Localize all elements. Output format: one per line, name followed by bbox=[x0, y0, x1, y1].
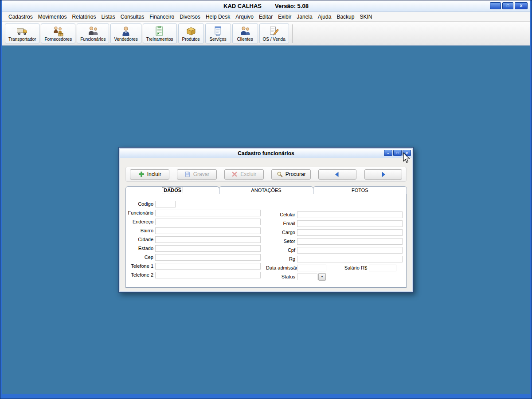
form-row-celular: Celular bbox=[266, 210, 403, 219]
cpf-input[interactable] bbox=[297, 247, 403, 254]
delete-icon bbox=[231, 171, 238, 177]
previous-record-button[interactable] bbox=[318, 169, 356, 180]
form-row-setor: Setor bbox=[266, 237, 403, 246]
menu-item-diversos[interactable]: Diversos bbox=[177, 12, 203, 21]
menu-item-exibir[interactable]: Exibir bbox=[275, 12, 294, 21]
menu-item-janela[interactable]: Janela bbox=[294, 12, 315, 21]
order-icon bbox=[268, 25, 280, 36]
menu-item-ajuda[interactable]: Ajuda bbox=[315, 12, 334, 21]
dialog-toolbar: IncluirGravarExcluirProcurar bbox=[125, 167, 407, 182]
menu-item-help-desk[interactable]: Help Desk bbox=[203, 12, 233, 21]
toolbar-button-transportador[interactable]: Transportador bbox=[5, 23, 39, 43]
toolbar-separator bbox=[292, 24, 293, 43]
form-panel: CodigoFuncionárioEndereçoBairroCidadeEst… bbox=[125, 194, 407, 288]
status-dropdown-button[interactable]: ▼ bbox=[318, 273, 326, 281]
menu-item-consultas[interactable]: Consultas bbox=[118, 12, 147, 21]
menu-item-relatorios[interactable]: Relatórios bbox=[69, 12, 98, 21]
menu-item-editar[interactable]: Editar bbox=[256, 12, 275, 21]
celular-input[interactable] bbox=[297, 211, 403, 218]
dialog-controls: –□X bbox=[384, 150, 411, 156]
dialog-maximize-icon[interactable]: □ bbox=[393, 150, 402, 156]
dialog-title-bar[interactable]: Cadastro funcionários –□X bbox=[120, 149, 412, 158]
window-frame: KAD CALHAS Versão: 5.08 –□X CadastrosMov… bbox=[0, 0, 532, 399]
toolbar-button-fornecedores[interactable]: Fornecedores bbox=[41, 23, 75, 43]
truck-icon bbox=[16, 25, 28, 36]
arrow-right-icon bbox=[380, 172, 386, 177]
save-icon bbox=[184, 171, 191, 177]
incluir-button[interactable]: Incluir bbox=[130, 169, 169, 180]
procurar-button[interactable]: Procurar bbox=[271, 169, 311, 180]
desktop-area: Cadastro funcionários –□X IncluirGravarE… bbox=[2, 46, 530, 394]
tab-label-fotos: FOTOS bbox=[350, 188, 370, 193]
telefone-1-input[interactable] bbox=[155, 263, 261, 270]
bairro-label: Bairro bbox=[126, 228, 155, 233]
toolbar-label-funcionarios: Funcionários bbox=[80, 37, 106, 42]
toolbar-button-clientes[interactable]: Clientes bbox=[232, 23, 258, 43]
tab-dados[interactable]: DADOS bbox=[125, 186, 219, 194]
codigo-input[interactable] bbox=[155, 201, 176, 207]
tab-label-anotacoes: ANOTAÇÕES bbox=[250, 188, 282, 193]
endereco-label: Endereço bbox=[126, 219, 155, 224]
data-admissao-input[interactable] bbox=[297, 265, 326, 271]
form-row-codigo: Codigo bbox=[126, 200, 261, 208]
toolbar-button-servicos[interactable]: Serviços bbox=[205, 23, 231, 43]
menu-item-backup[interactable]: Backup bbox=[334, 12, 357, 21]
tab-strip: DADOSANOTAÇÕESFOTOS bbox=[125, 186, 407, 194]
tab-fotos[interactable]: FOTOS bbox=[313, 186, 407, 194]
cargo-input[interactable] bbox=[297, 229, 403, 236]
telefone-2-input[interactable] bbox=[155, 272, 261, 278]
menu-item-skin[interactable]: SKIN bbox=[357, 12, 375, 21]
toolbar-button-vendedores[interactable]: Vendedores bbox=[110, 23, 141, 43]
rg-input[interactable] bbox=[297, 256, 403, 262]
tab-label-dados: DADOS bbox=[162, 188, 183, 193]
minimize-icon[interactable]: – bbox=[490, 2, 501, 9]
menu-item-arquivo[interactable]: Arquivo bbox=[233, 12, 256, 21]
incluir-label: Incluir bbox=[147, 171, 161, 177]
arrow-left-icon bbox=[334, 172, 340, 177]
toolbar-label-produtos: Produtos bbox=[182, 37, 200, 42]
email-input[interactable] bbox=[297, 220, 403, 227]
menu-item-listas[interactable]: Listas bbox=[98, 12, 117, 21]
cidade-label: Cidade bbox=[126, 237, 155, 242]
toolbar-button-treinamentos[interactable]: Treinamentos bbox=[143, 23, 177, 43]
toolbar-button-produtos[interactable]: Produtos bbox=[178, 23, 204, 43]
app-name: KAD CALHAS bbox=[223, 3, 262, 9]
menu-item-movimentos[interactable]: Movimentos bbox=[35, 12, 70, 21]
dialog-close-icon[interactable]: X bbox=[403, 150, 411, 156]
email-label: Email bbox=[266, 221, 297, 226]
close-icon[interactable]: X bbox=[515, 2, 528, 9]
title-bar: KAD CALHAS Versão: 5.08 –□X bbox=[2, 0, 530, 12]
cep-input[interactable] bbox=[155, 254, 261, 261]
services-icon bbox=[212, 25, 224, 36]
toolbar-label-os-venda: OS / Venda bbox=[263, 37, 286, 42]
cidade-input[interactable] bbox=[155, 236, 261, 243]
salario-r-input[interactable] bbox=[369, 265, 396, 271]
menu-item-cadastros[interactable]: Cadastros bbox=[6, 12, 35, 21]
estado-input[interactable] bbox=[155, 245, 261, 252]
setor-label: Setor bbox=[266, 239, 297, 244]
next-record-button[interactable] bbox=[364, 169, 402, 180]
cep-label: Cep bbox=[126, 254, 155, 260]
form-row-telefone-2: Telefone 2 bbox=[126, 270, 261, 279]
form-row-cep: Cep bbox=[126, 253, 261, 262]
dialog-minimize-icon[interactable]: – bbox=[384, 150, 392, 156]
funcionario-input[interactable] bbox=[155, 210, 261, 216]
maximize-icon[interactable]: □ bbox=[502, 2, 513, 9]
toolbar-button-funcionarios[interactable]: Funcionários bbox=[77, 23, 109, 43]
form-right-column: CelularEmailCargoSetorCpfRgData admissão… bbox=[266, 210, 403, 281]
estado-label: Estado bbox=[126, 246, 155, 251]
status-input[interactable] bbox=[297, 274, 317, 280]
tab-anotacoes[interactable]: ANOTAÇÕES bbox=[219, 186, 313, 194]
endereco-input[interactable] bbox=[155, 219, 261, 225]
toolbar-label-fornecedores: Fornecedores bbox=[44, 37, 72, 42]
toolbar-label-servicos: Serviços bbox=[209, 37, 226, 42]
training-icon bbox=[154, 25, 165, 36]
bairro-input[interactable] bbox=[155, 227, 261, 234]
toolbar-button-os-venda[interactable]: OS / Venda bbox=[259, 23, 289, 43]
setor-input[interactable] bbox=[297, 238, 403, 245]
salario-r-label: Salário R$ bbox=[326, 265, 369, 270]
menu-item-financeiro[interactable]: Financeiro bbox=[147, 12, 177, 21]
employees-icon bbox=[87, 25, 99, 36]
form-row-email: Email bbox=[266, 219, 403, 228]
toolbar-label-vendedores: Vendedores bbox=[114, 37, 137, 42]
